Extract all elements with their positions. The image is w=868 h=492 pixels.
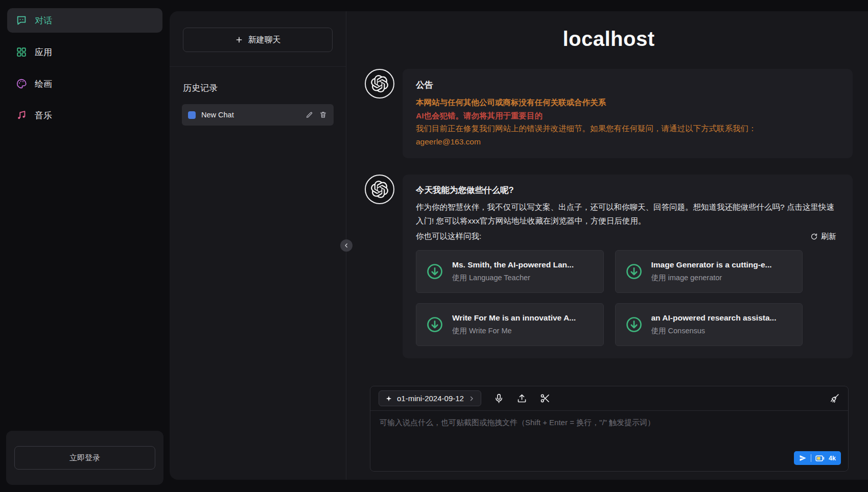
voice-input-button[interactable] [494,393,504,404]
history-item-title: New Chat [201,111,300,119]
circle-arrow-down-icon [426,262,444,281]
sidebar-item-apps[interactable]: 应用 [7,40,162,64]
paper-plane-icon [799,454,807,462]
battery-icon [815,455,825,462]
announcement-heading: 公告 [416,79,839,91]
page-title: localhost [365,28,853,51]
announcement-line-warning: AI也会犯错。请勿将其用于重要目的 [416,109,839,122]
suggestion-grid: Ms. Smith, the AI-powered Lan... 使用 Lang… [416,250,803,346]
suggestion-card[interactable]: an AI-powered research assista... 使用 Con… [615,303,803,346]
collapse-sidebar-button[interactable] [340,239,353,252]
main-panel: localhost 公告 本网站与任何其他公司或商标没有任何关联或合作关系 AI… [346,11,868,480]
announcement-card: 公告 本网站与任何其他公司或商标没有任何关联或合作关系 AI也会犯错。请勿将其用… [403,69,853,158]
delete-chat-button[interactable] [319,111,327,119]
trash-icon [319,111,327,118]
suggestion-card[interactable]: Write For Me is an innovative A... 使用 Wr… [416,303,604,346]
message-row-announcement: 公告 本网站与任何其他公司或商标没有任何关联或合作关系 AI也会犯错。请勿将其用… [365,69,853,158]
clear-context-button[interactable] [829,393,840,404]
music-icon [16,110,27,121]
chevron-left-icon [343,242,349,249]
pencil-icon [306,111,313,118]
circle-arrow-down-icon [625,262,643,281]
announcement-line-contact: 我们目前正在修复我们网站上的错误并改进细节。如果您有任何疑问，请通过以下方式联系… [416,122,839,135]
model-selector[interactable]: o1-mini-2024-09-12 [379,390,481,406]
sidebar: 对话 应用 绘画 音乐 [0,0,170,492]
plus-icon [235,36,243,44]
message-input[interactable] [379,417,840,451]
microphone-icon [494,393,504,404]
suggestion-subtitle: 使用 Write For Me [452,326,576,336]
palette-icon [16,78,27,89]
divider [811,454,811,462]
upload-file-button[interactable] [517,393,527,404]
welcome-body: 作为你的智慧伙伴，我不仅可以写文案、出点子，还可以和你聊天、回答问题。想知道我还… [416,200,839,228]
refresh-icon [810,233,818,240]
message-list: 公告 本网站与任何其他公司或商标没有任何关联或合作关系 AI也会犯错。请勿将其用… [365,69,853,382]
ask-hint: 你也可以这样问我: [416,231,481,242]
history-title: 历史记录 [183,82,333,94]
sidebar-item-label: 绘画 [35,78,52,90]
token-count-badge: 4k [829,455,836,462]
sidebar-item-drawing[interactable]: 绘画 [7,71,162,96]
broom-icon [829,393,840,404]
new-chat-section: 新建聊天 [170,11,346,67]
chevron-right-icon [468,396,475,402]
new-chat-button[interactable]: 新建聊天 [183,28,333,52]
suggestion-subtitle: 使用 Consensus [651,326,777,336]
refresh-label: 刷新 [821,232,836,241]
assistant-avatar [365,175,394,204]
circle-arrow-down-icon [426,315,444,334]
screenshot-button[interactable] [539,393,550,404]
model-label: o1-mini-2024-09-12 [397,394,464,403]
suggestion-title: Ms. Smith, the AI-powered Lan... [452,260,574,269]
scissors-icon [539,393,550,404]
suggestion-subtitle: 使用 image generator [651,273,772,283]
chat-list-panel: 新建聊天 历史记录 New Chat [170,11,346,480]
message-row-welcome: 今天我能为您做些什么呢? 作为你的智慧伙伴，我不仅可以写文案、出点子，还可以和你… [365,175,853,358]
sparkle-icon [385,395,392,402]
announcement-line-disclaimer: 本网站与任何其他公司或商标没有任何关联或合作关系 [416,96,839,109]
edit-chat-button[interactable] [306,111,314,119]
suggestion-title: Write For Me is an innovative A... [452,313,576,323]
sidebar-item-label: 音乐 [35,110,52,121]
send-button[interactable]: 4k [794,451,841,465]
suggestion-card[interactable]: Image Generator is a cutting-e... 使用 ima… [615,250,803,293]
assistant-avatar [365,69,394,99]
suggestion-card[interactable]: Ms. Smith, the AI-powered Lan... 使用 Lang… [416,250,604,293]
welcome-heading: 今天我能为您做些什么呢? [416,185,839,196]
composer: o1-mini-2024-09-12 [370,386,849,472]
workspace: 新建聊天 历史记录 New Chat localhost [170,11,868,480]
composer-body: 4k [370,411,848,471]
new-chat-label: 新建聊天 [248,35,281,45]
refresh-suggestions-button[interactable]: 刷新 [807,231,839,242]
history-item[interactable]: New Chat [182,104,334,126]
contact-email-link[interactable]: ageerle@163.com [416,137,481,146]
composer-toolbar: o1-mini-2024-09-12 [370,386,848,411]
openai-logo-icon [371,75,388,92]
circle-arrow-down-icon [625,315,643,334]
suggestion-title: an AI-powered research assista... [651,313,777,323]
upload-icon [517,393,527,404]
openai-logo-icon [371,181,388,198]
login-panel: 立即登录 [6,431,163,485]
sidebar-item-music[interactable]: 音乐 [7,103,162,128]
chat-icon [16,15,27,26]
sidebar-item-label: 对话 [35,15,52,27]
sidebar-item-chat[interactable]: 对话 [7,8,162,33]
suggestion-title: Image Generator is a cutting-e... [651,260,772,269]
login-button[interactable]: 立即登录 [14,446,155,470]
chat-color-swatch-icon [188,111,196,119]
suggestion-subtitle: 使用 Language Teacher [452,273,574,283]
welcome-card: 今天我能为您做些什么呢? 作为你的智慧伙伴，我不仅可以写文案、出点子，还可以和你… [403,175,853,358]
apps-icon [16,46,27,58]
sidebar-item-label: 应用 [35,46,52,58]
